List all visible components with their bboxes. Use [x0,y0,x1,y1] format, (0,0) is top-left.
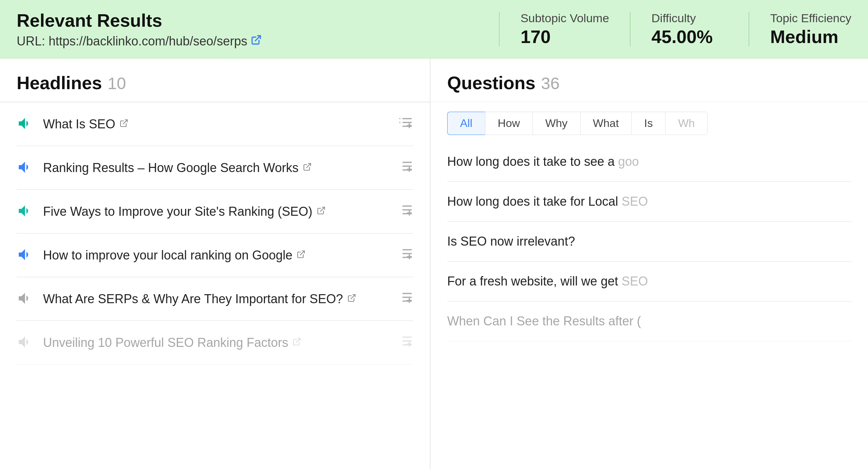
question-item: How long does it take for Local SEO [447,182,851,222]
page-title: Relevant Results [17,10,478,31]
header-divider-3 [749,12,749,46]
question-item: When Can I See the Results after ( [447,301,851,341]
question-item: How long does it take to see a goo [447,142,851,182]
megaphone-icon [17,115,35,133]
questions-count: 36 [541,74,559,93]
megaphone-icon [17,290,35,308]
add-to-list-icon[interactable] [398,290,413,308]
stat-value-0: 170 [520,26,609,47]
headlines-list: What Is SEO [0,102,430,365]
headlines-title: Headlines 10 [17,73,413,93]
megaphone-icon [17,159,35,177]
filter-tab-wh[interactable]: Wh [665,112,708,135]
question-text: When Can I See the Results after ( [447,314,851,329]
questions-panel: Questions 36 All How Why What Is Wh How … [431,59,868,469]
megaphone-icon [17,246,35,264]
add-to-list-icon[interactable] [398,202,413,221]
svg-line-33 [296,338,300,342]
svg-line-1 [123,120,127,124]
external-link-icon[interactable] [119,118,128,130]
questions-header: Questions 36 [431,59,868,102]
headline-text: Five Ways to Improve your Site's Ranking… [43,204,390,219]
svg-line-27 [351,295,355,299]
add-to-list-icon[interactable] [398,333,413,352]
filter-tab-all[interactable]: All [447,112,485,135]
questions-title: Questions 36 [447,73,560,93]
stat-label-1: Difficulty [651,11,728,25]
megaphone-icon [17,203,35,221]
headline-item: How to improve your local ranking on Goo… [17,233,413,277]
question-text: For a fresh website, will we get SEO [447,274,851,289]
question-text: How long does it take to see a goo [447,154,851,169]
svg-line-15 [320,207,325,211]
external-link-icon[interactable] [297,249,306,261]
megaphone-icon [17,334,35,352]
stat-topic-efficiency: Topic Efficiency Medium [770,11,851,47]
header-url: URL: https://backlinko.com/hub/seo/serps [17,34,478,49]
headline-item: Ranking Results – How Google Search Work… [17,146,413,190]
filter-tab-what[interactable]: What [580,112,632,135]
headline-text: Unveiling 10 Powerful SEO Ranking Factor… [43,335,390,350]
headline-item: What Are SERPs & Why Are They Important … [17,277,413,321]
headline-text: Ranking Results – How Google Search Work… [43,161,390,175]
headline-text: How to improve your local ranking on Goo… [43,248,390,263]
header-left: Relevant Results URL: https://backlinko.… [17,10,478,49]
header-divider-2 [630,12,631,46]
add-to-list-icon[interactable] [398,115,413,133]
headlines-panel: Headlines 10 What Is SEO [0,59,431,469]
headline-text: What Are SERPs & Why Are They Important … [43,292,390,306]
external-link-icon[interactable] [251,34,262,48]
filter-tab-is[interactable]: Is [631,112,665,135]
question-text: Is SEO now irrelevant? [447,234,851,249]
filter-tab-why[interactable]: Why [533,112,580,135]
url-link[interactable]: https://backlinko.com/hub/seo/serps [49,34,247,49]
stat-label-2: Topic Efficiency [770,11,851,25]
headlines-count: 10 [108,74,126,93]
headline-item: Five Ways to Improve your Site's Ranking… [17,190,413,233]
svg-line-9 [307,163,311,168]
external-link-icon[interactable] [317,206,326,218]
question-item: For a fresh website, will we get SEO [447,262,851,301]
header-divider-1 [499,12,500,46]
headline-item: What Is SEO [17,102,413,146]
external-link-icon[interactable] [347,293,356,305]
external-link-icon[interactable] [292,337,301,349]
headlines-label: Headlines [17,73,102,93]
headlines-header: Headlines 10 [0,59,430,102]
question-text: How long does it take for Local SEO [447,194,851,209]
external-link-icon[interactable] [303,162,312,174]
header-bar: Relevant Results URL: https://backlinko.… [0,0,868,59]
stat-value-2: Medium [770,26,851,47]
svg-line-0 [256,36,261,41]
questions-list: How long does it take to see a goo How l… [431,142,868,341]
url-label: URL: [17,34,45,49]
stat-value-1: 45.00% [651,26,728,47]
add-to-list-icon[interactable] [398,159,413,177]
filter-tabs-row: All How Why What Is Wh [431,102,868,142]
stat-difficulty: Difficulty 45.00% [651,11,728,47]
headline-item: Unveiling 10 Powerful SEO Ranking Factor… [17,321,413,365]
add-to-list-icon[interactable] [398,246,413,264]
stat-subtopic-volume: Subtopic Volume 170 [520,11,609,47]
headline-text: What Is SEO [43,117,390,131]
main-content: Headlines 10 What Is SEO [0,59,868,469]
svg-line-21 [300,251,304,255]
question-item: Is SEO now irrelevant? [447,222,851,262]
questions-label: Questions [447,73,535,93]
filter-tab-how[interactable]: How [485,112,533,135]
stat-label-0: Subtopic Volume [520,11,609,25]
